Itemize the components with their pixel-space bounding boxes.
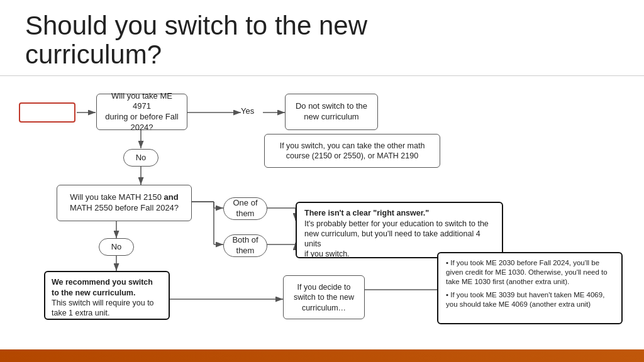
bullet-points-box: • If you took ME 2030 before Fall 2024, …: [437, 252, 623, 324]
do-not-switch-box: Do not switch to thenew curriculum: [285, 94, 378, 130]
no2-label: No: [99, 238, 134, 256]
recommend-switch-box: We recommend you switch to the new curri…: [44, 271, 170, 320]
flowchart-area: Will you take ME 4971during or before Fa…: [0, 76, 644, 324]
if-switch-info-box: If you switch, you can take the other ma…: [264, 134, 440, 168]
one-of-them-box: One ofthem: [223, 197, 267, 220]
no1-label: No: [123, 149, 158, 167]
bottom-bar: [0, 349, 644, 362]
page-title: Should you switch to the newcurriculum?: [25, 11, 619, 69]
both-of-them-box: Both ofthem: [223, 234, 267, 257]
page-container: Should you switch to the newcurriculum?: [0, 0, 644, 362]
start-here-box: [19, 102, 75, 123]
title-section: Should you switch to the newcurriculum?: [0, 0, 644, 75]
q2-box: Will you take MATH 2150 andMATH 2550 bef…: [57, 185, 192, 221]
no-clear-answer-box: There isn't a clear "right answer." It's…: [296, 202, 503, 258]
q1-box: Will you take ME 4971during or before Fa…: [96, 94, 187, 130]
if-decide-switch-box: If you decide toswitch to the newcurricu…: [283, 275, 365, 319]
yes-label: Yes: [241, 106, 254, 116]
